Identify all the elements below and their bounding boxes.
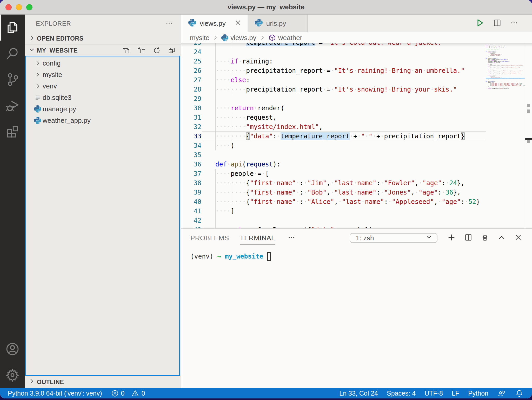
breadcrumbs: mysiteviews.pyweather: [181, 32, 532, 43]
close-panel-icon[interactable]: [514, 233, 523, 243]
close-window-button[interactable]: [5, 4, 12, 10]
breadcrumb-views.py[interactable]: views.py: [221, 34, 256, 42]
terminal-picker-value: 1: zsh: [356, 234, 374, 242]
run-python-file-button[interactable]: [475, 18, 485, 29]
section-outline[interactable]: OUTLINE: [25, 376, 181, 388]
explorer-more-actions-icon[interactable]: [165, 18, 174, 29]
status-python-interpreter[interactable]: Python 3.9.0 64-bit ('venv': venv): [8, 390, 102, 397]
activitybar-settings[interactable]: [0, 362, 25, 388]
tab-views.py[interactable]: views.py: [181, 15, 248, 32]
bell-icon[interactable]: [515, 389, 524, 398]
activitybar-extensions[interactable]: [0, 119, 25, 145]
code-content[interactable]: ········temperature_report·=·"It's·cold·…: [215, 43, 480, 228]
error-count: 0: [121, 390, 125, 397]
section-open-editors[interactable]: OPEN EDITORS: [25, 33, 181, 45]
code-line[interactable]: ····return·render(: [215, 104, 480, 113]
status-language[interactable]: Python: [468, 390, 488, 397]
line-number: 30: [181, 104, 201, 113]
chevron-down-icon: [425, 233, 433, 243]
code-line[interactable]: ····else:: [215, 75, 480, 85]
tree-item-label: weather_app.py: [43, 117, 91, 125]
split-editor-icon[interactable]: [493, 18, 502, 29]
code-line[interactable]: ········request,: [215, 113, 480, 122]
tree-item-label: config: [43, 59, 61, 67]
terminal-prompt[interactable]: (venv) → my_website: [190, 251, 271, 262]
file-tree[interactable]: configmysitevenvdb.sqlite3manage.pyweath…: [25, 56, 180, 376]
gear-icon: [5, 367, 20, 383]
feedback-icon[interactable]: [497, 389, 506, 398]
line-number: 26: [181, 66, 201, 75]
tree-item-mysite[interactable]: mysite: [26, 69, 179, 80]
code-line[interactable]: [215, 94, 480, 104]
line-number: 32: [181, 122, 201, 132]
activitybar-run-debug[interactable]: [0, 93, 25, 119]
traffic-lights: [5, 4, 32, 10]
code-line[interactable]: [215, 216, 480, 225]
activitybar-search[interactable]: [0, 41, 25, 67]
tab-urls.py[interactable]: urls.py: [248, 15, 308, 32]
code-line[interactable]: [215, 47, 480, 57]
indent-guide: [231, 113, 231, 141]
panel-more-tabs-icon[interactable]: [287, 233, 296, 243]
editor-more-actions-icon[interactable]: [510, 18, 518, 28]
new-folder-icon[interactable]: [138, 46, 146, 55]
line-number: 37: [181, 169, 201, 178]
database-file-icon: [33, 94, 43, 101]
minimap[interactable]: import randomfrom django.shortcuts impor…: [486, 44, 525, 227]
activitybar-source-control[interactable]: [0, 67, 25, 93]
status-cursor-position[interactable]: Ln 33, Col 24: [339, 390, 378, 397]
section-workspace[interactable]: MY_WEBSITE: [25, 45, 181, 56]
tree-item-venv[interactable]: venv: [26, 80, 179, 92]
status-encoding[interactable]: UTF-8: [424, 390, 443, 397]
tree-item-weather_app.py[interactable]: weather_app.py: [26, 115, 179, 126]
breadcrumb-label: weather: [278, 34, 302, 42]
status-problems[interactable]: 0 0: [111, 389, 145, 397]
breadcrumb-weather[interactable]: weather: [268, 34, 302, 42]
code-line[interactable]: ····): [215, 141, 480, 150]
collapse-all-icon[interactable]: [168, 46, 176, 55]
overview-ruler-mark: [527, 109, 530, 113]
code-line[interactable]: ········{"first·name"·:·"Alice",·"last·n…: [215, 197, 480, 207]
terminal-venv: (venv): [190, 251, 214, 262]
code-line[interactable]: def·api(request):: [215, 160, 480, 169]
code-line[interactable]: [215, 150, 480, 160]
chevron-right-icon: [28, 378, 35, 386]
status-eol[interactable]: LF: [452, 390, 459, 397]
new-terminal-icon[interactable]: [447, 233, 456, 243]
status-indentation[interactable]: Spaces: 4: [387, 390, 416, 397]
code-line[interactable]: ····]: [215, 207, 480, 216]
zoom-window-button[interactable]: [26, 4, 32, 10]
close-tab-icon[interactable]: [234, 19, 242, 28]
code-line[interactable]: ········precipitation_report·=·"It's·sno…: [215, 85, 480, 94]
code-line[interactable]: ········{"data":·temperature_report·+·"·…: [215, 132, 480, 141]
editor-scroll-shadow: [181, 43, 532, 47]
chevron-right-icon: [28, 34, 35, 43]
code-editor[interactable]: 2324252627282930313233343536373839404142…: [181, 43, 532, 228]
tree-item-config[interactable]: config: [26, 57, 179, 69]
chevron-right-icon: [33, 60, 43, 67]
activitybar-accounts[interactable]: [0, 336, 25, 362]
panel-tab-terminal[interactable]: TERMINAL: [240, 229, 275, 247]
refresh-icon[interactable]: [153, 46, 161, 55]
panel-tab-problems[interactable]: PROBLEMS: [190, 229, 229, 247]
status-bar: Python 3.9.0 64-bit ('venv': venv) 0 0: [0, 388, 532, 398]
maximize-panel-icon[interactable]: [497, 233, 506, 243]
code-line[interactable]: ········"mysite/index.html",: [215, 122, 480, 132]
tree-item-db.sqlite3[interactable]: db.sqlite3: [26, 92, 179, 103]
code-line[interactable]: ····if·raining:: [215, 57, 480, 66]
split-terminal-icon[interactable]: [464, 233, 473, 243]
code-line[interactable]: ········{"first·name"·:·"Bob",·"last·nam…: [215, 188, 480, 197]
tree-item-manage.py[interactable]: manage.py: [26, 103, 179, 115]
breadcrumb-mysite[interactable]: mysite: [190, 34, 209, 42]
minimize-window-button[interactable]: [16, 4, 22, 10]
code-line[interactable]: ····people·=·[: [215, 169, 480, 178]
code-line[interactable]: ····return·JsonResponse({"data":·people}…: [215, 225, 480, 228]
new-file-icon[interactable]: [123, 46, 131, 55]
activitybar-explorer[interactable]: [0, 15, 25, 41]
line-number: 38: [181, 178, 201, 188]
tree-item-label: manage.py: [43, 105, 76, 113]
code-line[interactable]: ········{"first·name"·:·"Jim",·"last·nam…: [215, 178, 480, 188]
kill-terminal-icon[interactable]: [481, 233, 489, 243]
code-line[interactable]: ········precipitation_report·=·"It's·rai…: [215, 66, 480, 75]
terminal-picker-dropdown[interactable]: 1: zsh: [350, 233, 437, 243]
